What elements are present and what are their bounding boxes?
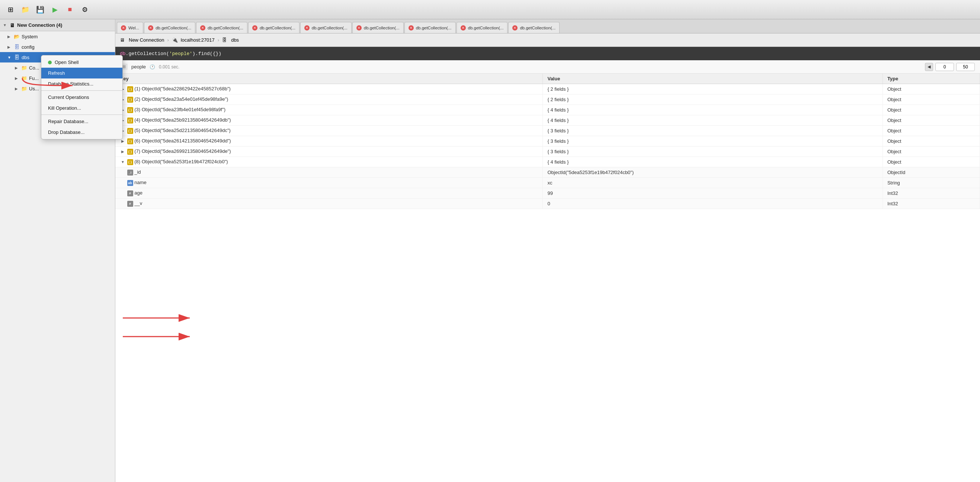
page-number-input[interactable]: [935, 63, 954, 71]
col-key: Key: [115, 74, 543, 84]
num-icon: #: [127, 191, 133, 196]
col-value: Value: [543, 74, 883, 84]
tab-close-icon[interactable]: ✕: [409, 25, 414, 30]
sidebar-item-label: config: [22, 44, 35, 50]
breadcrumb: 🖥 New Connection › 🔌 localhost:27017 › 🗄…: [115, 33, 980, 47]
sidebar-item-system[interactable]: ▶ 📂 System: [0, 31, 115, 41]
table-row[interactable]: ▶ { } (3) ObjectId("5dea23fb4e01ef45de98…: [115, 105, 980, 115]
cell-key: ▶ { } (3) ObjectId("5dea23fb4e01ef45de98…: [115, 105, 543, 115]
tab-close-icon[interactable]: ✕: [304, 25, 310, 30]
context-menu: Open Shell Refresh Database Statistics..…: [41, 55, 123, 140]
expand-icon[interactable]: ▶: [120, 150, 126, 154]
menu-item-kill-operation[interactable]: Kill Operation...: [41, 103, 123, 113]
toolbar: ⊞ 📁 💾 ▶ ■ ⚙: [0, 0, 980, 19]
tab-close-icon[interactable]: ✕: [461, 25, 466, 30]
tab-1[interactable]: ✕ db.getCollection(...: [144, 22, 195, 33]
tab-label: db.getCollection(...: [416, 25, 452, 30]
tab-4[interactable]: ✕ db.getCollection(...: [300, 22, 352, 33]
cell-value: { 4 fields }: [543, 115, 883, 126]
folder-icon: 📁: [21, 85, 27, 92]
clock-icon: 🕐: [150, 64, 155, 70]
tab-close-icon[interactable]: ✕: [121, 25, 126, 30]
prev-page-button[interactable]: ◀: [925, 63, 933, 71]
connection-label: New Connection (4): [17, 22, 62, 28]
table-row[interactable]: ▶ { } (6) ObjectId("5dea2614213580465426…: [115, 136, 980, 146]
folder-icon: 📁: [21, 64, 27, 71]
cell-key: ▶ _i _id: [115, 167, 543, 178]
sidebar-connection[interactable]: ▼ 🖥 New Connection (4): [0, 19, 115, 31]
obj-icon: { }: [127, 118, 133, 124]
key-value: age: [134, 190, 143, 196]
cell-value: ObjectId("5dea5253f1e19b472f024cb0"): [543, 167, 883, 178]
tab-2[interactable]: ✕ db.getCollection(...: [196, 22, 247, 33]
data-table: Key Value Type ▶ { } (1) ObjectId("5dea2…: [115, 74, 980, 209]
menu-item-label: Repair Database...: [48, 119, 88, 124]
obj-icon: { }: [127, 149, 133, 155]
cell-key: ▶ # __v: [115, 199, 543, 209]
table-row[interactable]: ▶ # __v 0 Int32: [115, 199, 980, 209]
table-row[interactable]: ▶ { } (2) ObjectId("5dea23a54e01ef45de98…: [115, 94, 980, 105]
grid-icon[interactable]: ⊞: [5, 4, 16, 16]
folder-icon: 📂: [13, 33, 20, 40]
chevron-icon: ▶: [8, 35, 13, 39]
chevron-icon: ▼: [8, 56, 13, 59]
cell-value: 0: [543, 199, 883, 209]
stop-icon[interactable]: ■: [64, 4, 76, 16]
tabs-bar: ✕ Wel... ✕ db.getCollection(... ✕ db.get…: [115, 19, 980, 33]
table-row[interactable]: ▶ { } (5) ObjectId("5dea25d2213580465426…: [115, 126, 980, 136]
tab-welcome[interactable]: ✕ Wel...: [117, 22, 143, 33]
cell-type: Object: [883, 94, 980, 105]
settings-icon[interactable]: ⚙: [79, 4, 91, 16]
table-row[interactable]: ▶ { } (1) ObjectId("5dea228629422e458527…: [115, 84, 980, 94]
run-icon[interactable]: ▶: [49, 4, 61, 16]
num-icon: #: [127, 201, 133, 207]
cell-key: ▶ # age: [115, 188, 543, 199]
breadcrumb-host: localhost:27017: [181, 37, 215, 43]
obj-icon: { }: [127, 159, 133, 165]
menu-item-current-operations[interactable]: Current Operations: [41, 92, 123, 103]
cell-value: { 3 fields }: [543, 136, 883, 146]
expand-icon[interactable]: ▼: [120, 160, 126, 164]
tab-close-icon[interactable]: ✕: [252, 25, 258, 30]
table-row[interactable]: ▶ { } (4) ObjectId("5dea25b9213580465426…: [115, 115, 980, 126]
key-value: (7) ObjectId("5dea269921358046542649de"): [134, 148, 231, 154]
tab-8[interactable]: ✕ db.getCollection(...: [508, 22, 560, 33]
cmd-method: .getCollection(: [126, 51, 169, 57]
obj-icon: { }: [127, 97, 133, 103]
tab-5[interactable]: ✕ db.getCollection(...: [352, 22, 404, 33]
menu-item-repair-database[interactable]: Repair Database...: [41, 116, 123, 127]
key-value: __v: [134, 200, 142, 206]
key-value: (3) ObjectId("5dea23fb4e01ef45de98fa9f"): [134, 107, 226, 112]
expand-icon[interactable]: ▶: [120, 139, 126, 143]
table-row[interactable]: ▶ { } (7) ObjectId("5dea2699213580465426…: [115, 146, 980, 157]
chevron-icon: ▶: [15, 66, 20, 70]
folder-icon[interactable]: 📁: [19, 4, 31, 16]
menu-item-refresh[interactable]: Refresh: [41, 68, 123, 78]
sidebar-item-label: Co...: [29, 65, 39, 71]
tab-6[interactable]: ✕ db.getCollection(...: [404, 22, 456, 33]
menu-item-database-statistics[interactable]: Database Statistics...: [41, 78, 123, 89]
table-row[interactable]: ▶ # age 99 Int32: [115, 188, 980, 199]
tab-7[interactable]: ✕ db.getCollection(...: [457, 22, 508, 33]
chevron-icon: ▶: [15, 87, 20, 91]
tab-close-icon[interactable]: ✕: [356, 25, 362, 30]
page-size-input[interactable]: [956, 63, 975, 71]
cell-type: Object: [883, 115, 980, 126]
sidebar-item-config[interactable]: ▶ 🗄 config: [0, 41, 115, 52]
table-row[interactable]: ▶ ab name xc String: [115, 178, 980, 188]
sidebar-item-label: dbs: [22, 55, 29, 60]
tab-close-icon[interactable]: ✕: [148, 25, 153, 30]
cell-type: Object: [883, 146, 980, 157]
table-row[interactable]: ▼ { } (8) ObjectId("5dea5253f1e19b472f02…: [115, 157, 980, 167]
table-row[interactable]: ▶ _i _id ObjectId("5dea5253f1e19b472f024…: [115, 167, 980, 178]
menu-item-drop-database[interactable]: Drop Database...: [41, 127, 123, 138]
menu-item-open-shell[interactable]: Open Shell: [41, 57, 123, 68]
tab-3[interactable]: ✕ db.getCollection(...: [248, 22, 299, 33]
host-icon: 🔌: [172, 37, 178, 43]
save-icon[interactable]: 💾: [34, 4, 46, 16]
tab-close-icon[interactable]: ✕: [200, 25, 205, 30]
tab-close-icon[interactable]: ✕: [512, 25, 517, 30]
query-time: 0.001 sec.: [159, 64, 179, 70]
key-value: name: [134, 180, 146, 185]
menu-item-label: Refresh: [48, 70, 65, 76]
